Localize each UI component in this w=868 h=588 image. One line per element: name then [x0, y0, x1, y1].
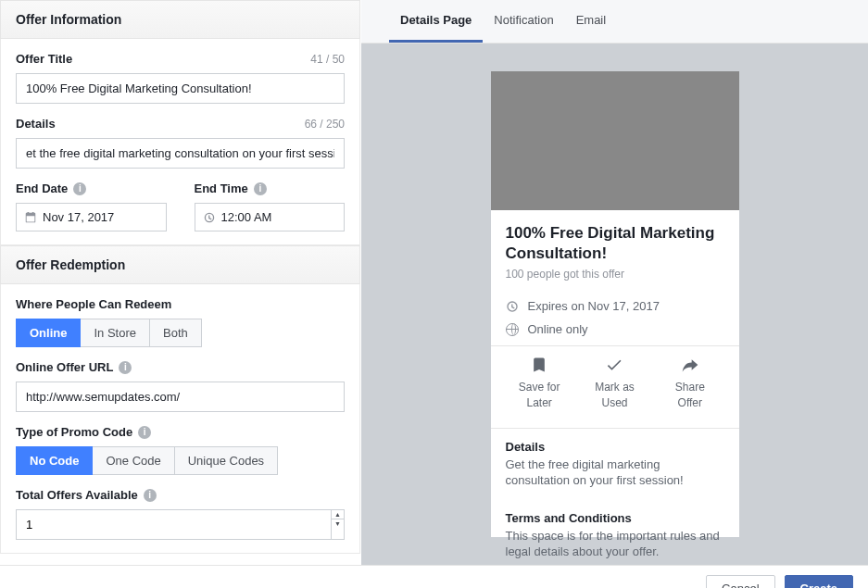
preview-terms-heading: Terms and Conditions [506, 511, 724, 525]
preview-channel: Online only [528, 322, 588, 336]
share-offer-button[interactable]: Share Offer [662, 356, 718, 411]
redeem-location-toggle: Online In Store Both [16, 319, 345, 347]
info-icon[interactable]: i [73, 182, 86, 195]
bookmark-icon [530, 356, 548, 374]
info-icon[interactable]: i [119, 361, 132, 374]
offer-information-header: Offer Information [0, 0, 360, 39]
info-icon[interactable]: i [144, 489, 157, 502]
end-time-value: 12:00 AM [221, 210, 272, 224]
promo-unique-button[interactable]: Unique Codes [175, 446, 278, 475]
online-url-input[interactable] [16, 382, 345, 412]
preview-image-placeholder [491, 71, 739, 210]
end-date-label: End Date [16, 181, 68, 195]
end-date-input[interactable]: Nov 17, 2017 [16, 203, 167, 231]
preview-tabs: Details Page Notification Email [361, 0, 868, 44]
offer-title-counter: 41 / 50 [310, 53, 345, 66]
check-icon [605, 356, 623, 374]
where-redeem-label: Where People Can Redeem [16, 297, 345, 311]
offer-title-label: Offer Title [16, 52, 72, 66]
offer-preview-card: 100% Free Digital Marketing Consultation… [491, 71, 739, 537]
total-offers-label: Total Offers Available [16, 488, 138, 502]
cancel-button[interactable]: Cancel [706, 575, 774, 588]
details-label: Details [16, 117, 56, 131]
clock-icon [506, 300, 519, 313]
spinner-down-icon[interactable]: ▼ [332, 519, 344, 528]
promo-type-toggle: No Code One Code Unique Codes [16, 446, 345, 475]
tab-email[interactable]: Email [565, 0, 618, 43]
create-button[interactable]: Create [785, 575, 853, 588]
globe-icon [506, 323, 519, 336]
online-url-label: Online Offer URL [16, 360, 113, 374]
info-icon[interactable]: i [254, 182, 267, 195]
offer-redemption-header: Offer Redemption [0, 245, 360, 284]
preview-terms-text: This space is for the important rules an… [506, 528, 724, 560]
share-icon [681, 356, 699, 374]
promo-one-button[interactable]: One Code [93, 446, 174, 475]
tab-notification[interactable]: Notification [483, 0, 564, 43]
end-time-input[interactable]: 12:00 AM [195, 203, 346, 231]
redeem-both-button[interactable]: Both [150, 319, 202, 347]
redeem-online-button[interactable]: Online [16, 319, 81, 347]
total-offers-input[interactable] [16, 509, 332, 540]
mark-as-used-button[interactable]: Mark as Used [586, 356, 642, 411]
clock-icon [203, 211, 216, 224]
preview-subtext: 100 people got this offer [506, 268, 724, 281]
info-icon[interactable]: i [138, 426, 151, 439]
preview-expires: Expires on Nov 17, 2017 [528, 299, 660, 313]
offer-title-input[interactable] [16, 73, 345, 104]
end-date-value: Nov 17, 2017 [43, 210, 114, 224]
end-time-label: End Time [195, 181, 248, 195]
tab-details-page[interactable]: Details Page [389, 0, 483, 43]
redeem-instore-button[interactable]: In Store [81, 319, 150, 347]
promo-type-label: Type of Promo Code [16, 425, 132, 439]
promo-none-button[interactable]: No Code [16, 446, 93, 475]
preview-title: 100% Free Digital Marketing Consultation… [506, 223, 724, 264]
total-offers-input-group: ▲ ▼ [16, 509, 345, 540]
spinner-up-icon[interactable]: ▲ [332, 510, 344, 519]
preview-details-heading: Details [506, 440, 724, 454]
details-input[interactable] [16, 138, 345, 169]
calendar-icon [24, 211, 37, 224]
save-for-later-button[interactable]: Save for Later [511, 356, 567, 411]
preview-details-text: Get the free digital marketing consultat… [506, 457, 724, 489]
details-counter: 66 / 250 [305, 118, 345, 131]
